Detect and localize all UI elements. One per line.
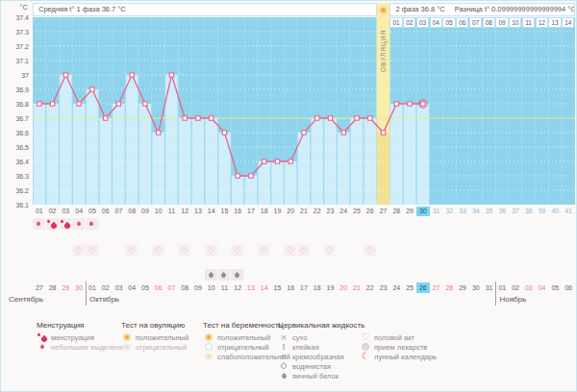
calendar-date-cell[interactable]: 28 — [46, 282, 60, 293]
intercourse-cell[interactable]: ♡ — [72, 244, 85, 257]
intercourse-cell[interactable]: ♡ — [297, 244, 310, 257]
day-column[interactable] — [404, 104, 416, 205]
eggwhite-cell[interactable] — [231, 269, 243, 281]
calendar-date-cell[interactable]: 17 — [297, 282, 311, 293]
intercourse-cell[interactable]: ♡ — [86, 244, 98, 257]
temp-marker[interactable] — [103, 116, 107, 120]
temp-marker[interactable] — [196, 116, 200, 120]
temp-marker[interactable] — [315, 116, 319, 120]
temp-marker[interactable] — [328, 116, 332, 120]
temperature-plot[interactable] — [33, 17, 575, 205]
calendar-date-cell[interactable]: 22 — [364, 282, 377, 293]
calendar-date-cell[interactable]: 30 — [72, 282, 86, 293]
temp-marker[interactable] — [156, 131, 160, 135]
temp-marker[interactable] — [408, 102, 412, 106]
temp-marker[interactable] — [77, 102, 81, 106]
day-column[interactable] — [324, 118, 337, 205]
calendar-date-cell[interactable]: 21 — [350, 282, 364, 293]
calendar-date-cell[interactable]: 30 — [469, 282, 483, 293]
calendar-date-cell[interactable]: 02 — [99, 282, 113, 293]
calendar-date-cell[interactable]: 08 — [178, 282, 191, 293]
day-column[interactable] — [417, 104, 430, 205]
temp-marker[interactable] — [381, 131, 385, 135]
temp-marker[interactable] — [116, 102, 120, 106]
temp-marker[interactable] — [143, 102, 147, 106]
temp-marker[interactable] — [355, 116, 359, 120]
calendar-date-cell[interactable]: 25 — [403, 282, 416, 293]
eggwhite-cell[interactable] — [218, 269, 231, 281]
temp-marker[interactable] — [368, 116, 372, 120]
calendar-date-cell[interactable]: 03 — [522, 282, 536, 293]
menstruation-cell[interactable] — [86, 218, 98, 230]
calendar-date-cell[interactable]: 29 — [456, 282, 469, 293]
temp-marker[interactable] — [394, 102, 398, 106]
intercourse-cell[interactable]: ♡ — [178, 244, 190, 257]
calendar-date-cell[interactable]: 05 — [138, 282, 152, 293]
calendar-date-cell[interactable]: 20 — [337, 282, 350, 293]
temp-marker[interactable] — [341, 131, 345, 135]
temp-marker[interactable] — [263, 159, 266, 163]
calendar-date-cell[interactable]: 16 — [284, 282, 297, 293]
day-column[interactable] — [113, 104, 125, 205]
menstruation-cell[interactable] — [60, 218, 72, 230]
day-column[interactable] — [34, 104, 46, 205]
day-column[interactable] — [152, 133, 164, 205]
temp-marker[interactable] — [63, 73, 67, 77]
day-column[interactable] — [258, 161, 270, 205]
temp-marker[interactable] — [302, 131, 306, 135]
day-column[interactable] — [87, 89, 99, 205]
calendar-date-cell[interactable]: 05 — [548, 282, 562, 293]
day-column[interactable] — [364, 118, 377, 205]
day-column[interactable] — [245, 176, 258, 205]
calendar-date-cell[interactable]: 09 — [191, 282, 205, 293]
menstruation-cell[interactable] — [33, 218, 45, 230]
calendar-date-cell[interactable]: 04 — [536, 282, 549, 293]
day-column[interactable] — [285, 161, 297, 205]
calendar-date-cell[interactable]: 29 — [60, 282, 73, 293]
temp-marker[interactable] — [421, 102, 425, 106]
temp-marker[interactable] — [275, 159, 279, 163]
day-column[interactable] — [218, 133, 231, 205]
temp-marker[interactable] — [38, 102, 41, 106]
calendar-date-cell[interactable]: 02 — [509, 282, 522, 293]
calendar-date-cell[interactable]: 06 — [562, 282, 575, 293]
temp-marker[interactable] — [222, 131, 226, 135]
intercourse-cell[interactable]: ♡ — [231, 244, 243, 257]
day-column[interactable] — [179, 118, 191, 205]
intercourse-cell[interactable]: ♡ — [364, 244, 376, 257]
calendar-date-cell[interactable]: 14 — [258, 282, 271, 293]
calendar-date-cell[interactable]: 01 — [495, 282, 509, 293]
calendar-date-cell[interactable]: 10 — [205, 282, 218, 293]
intercourse-cell[interactable]: ♡ — [125, 244, 138, 257]
calendar-date-cell[interactable]: 28 — [442, 282, 456, 293]
intercourse-cell[interactable]: ♡ — [324, 244, 337, 257]
intercourse-cell[interactable]: ♡ — [284, 244, 296, 257]
temp-marker[interactable] — [50, 102, 54, 106]
temp-marker[interactable] — [210, 116, 213, 120]
calendar-date-cell[interactable]: 26 — [416, 282, 430, 293]
calendar-date-cell[interactable]: 24 — [389, 282, 403, 293]
calendar-date-cell[interactable]: 07 — [165, 282, 179, 293]
menstruation-cell[interactable] — [46, 218, 59, 230]
day-column[interactable] — [73, 104, 86, 205]
calendar-date-cell[interactable]: 31 — [483, 282, 496, 293]
eggwhite-cell[interactable] — [205, 269, 217, 281]
menstruation-cell[interactable] — [72, 218, 85, 230]
day-column[interactable] — [390, 104, 403, 205]
day-column[interactable] — [377, 133, 389, 205]
temp-marker[interactable] — [236, 174, 239, 178]
day-column[interactable] — [338, 133, 350, 205]
intercourse-cell[interactable]: ♡ — [205, 244, 217, 257]
day-column[interactable] — [205, 118, 217, 205]
calendar-date-cell[interactable]: 04 — [125, 282, 138, 293]
temp-marker[interactable] — [183, 116, 187, 120]
day-column[interactable] — [60, 75, 72, 205]
calendar-date-cell[interactable]: 27 — [33, 282, 46, 293]
temp-marker[interactable] — [288, 159, 292, 163]
calendar-date-cell[interactable]: 27 — [430, 282, 443, 293]
calendar-date-cell[interactable]: 23 — [377, 282, 390, 293]
calendar-date-cell[interactable]: 03 — [113, 282, 126, 293]
day-column[interactable] — [46, 104, 59, 205]
calendar-date-cell[interactable]: 13 — [244, 282, 258, 293]
day-column[interactable] — [126, 75, 138, 205]
